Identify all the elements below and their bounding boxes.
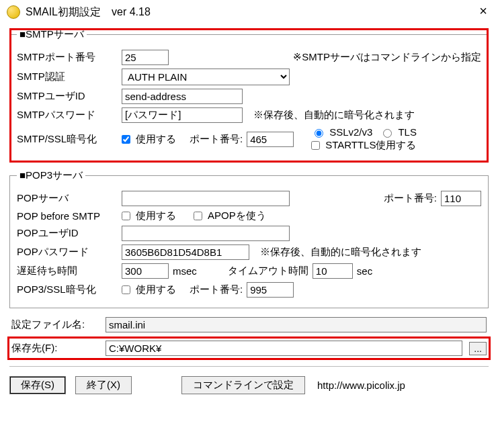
pop-apop-checkbox[interactable]	[194, 212, 202, 220]
dest-input[interactable]	[106, 341, 462, 356]
config-file-input	[106, 317, 487, 332]
smtp-pass-label: SMTPパスワード	[17, 109, 118, 122]
pop-apop-label: APOPを使う	[208, 210, 266, 222]
smtp-auth-label: SMTP認証	[17, 71, 118, 83]
smtp-starttls-checkbox[interactable]	[311, 141, 320, 150]
pop-group: ■POP3サーバ POPサーバ ポート番号: POP before SMTP 使…	[9, 169, 489, 308]
smtp-legend: ■SMTPサーバ	[17, 28, 87, 41]
smtp-user-input[interactable]	[122, 89, 243, 104]
smtp-port-input[interactable]	[122, 50, 169, 65]
smtp-ssl-checkbox[interactable]	[122, 135, 130, 144]
pop-legend: ■POP3サーバ	[17, 169, 85, 182]
pop-ssl-checkbox[interactable]	[122, 285, 130, 294]
smtp-port-label: SMTPポート番号	[17, 51, 118, 64]
pop-ssl-port-label: ポート番号:	[190, 283, 243, 296]
window-title: SMAIL初期設定 ver 4.18	[26, 5, 475, 19]
pop-pass-note: ※保存後、自動的に暗号化されます	[260, 246, 421, 259]
pop-user-input[interactable]	[122, 226, 290, 241]
smtp-user-label: SMTPユーザID	[17, 90, 118, 103]
pop-timeout-label: タイムアウト時間	[228, 265, 308, 277]
dest-row: 保存先(F): ...	[9, 339, 489, 358]
dest-label: 保存先(F):	[11, 342, 99, 355]
smtp-ssl-port-label: ポート番号:	[190, 133, 243, 146]
smtp-starttls-label: STARTTLS使用する	[325, 139, 416, 152]
close-icon[interactable]: ×	[475, 4, 491, 20]
smtp-ssl-use-label: 使用する	[136, 133, 176, 146]
config-file-row: 設定ファイル名:	[9, 315, 489, 334]
pop-timeout-input[interactable]	[313, 263, 353, 279]
pop-pass-input[interactable]	[122, 244, 249, 260]
pop-ssl-port-input[interactable]	[247, 282, 294, 298]
footer: 保存(S) 終了(X) コマンドラインで設定 http://www.picoli…	[9, 375, 489, 396]
separator	[9, 366, 489, 367]
exit-button[interactable]: 終了(X)	[75, 376, 132, 394]
pop-pass-label: POPパスワード	[17, 246, 118, 259]
pop-user-label: POPユーザID	[17, 227, 118, 240]
smtp-group: ■SMTPサーバ SMTPポート番号 ※SMTPサーバはコマンドラインから指定 …	[9, 28, 489, 163]
url-link[interactable]: http://www.picolix.jp	[317, 379, 405, 391]
pop-server-input[interactable]	[122, 191, 290, 206]
smtp-tls-radio[interactable]	[383, 129, 392, 138]
smtp-tls-label: TLS	[398, 126, 417, 138]
smtp-pass-note: ※保存後、自動的に暗号化されます	[253, 109, 415, 122]
smtp-sslv-radio[interactable]	[315, 129, 323, 138]
pop-ssl-label: POP3/SSL暗号化	[17, 283, 118, 296]
pop-ssl-use-label: 使用する	[136, 283, 176, 296]
smtp-pass-input[interactable]	[122, 107, 243, 123]
pop-server-label: POPサーバ	[17, 192, 118, 205]
smtp-auth-select[interactable]: AUTH PLAIN	[122, 69, 290, 85]
app-icon	[7, 5, 20, 19]
pop-port-label: ポート番号:	[384, 192, 437, 205]
browse-button[interactable]: ...	[469, 342, 487, 355]
smtp-sslv-label: SSLv2/v3	[329, 126, 372, 138]
pop-delay-unit: msec	[173, 265, 197, 277]
pop-pbs-use-label: 使用する	[136, 210, 176, 222]
smtp-ssl-port-input[interactable]	[247, 132, 294, 147]
pop-pbs-label: POP before SMTP	[17, 210, 118, 222]
save-button[interactable]: 保存(S)	[9, 376, 66, 394]
smtp-cmdline-note: ※SMTPサーバはコマンドラインから指定	[293, 51, 481, 64]
titlebar: SMAIL初期設定 ver 4.18 ×	[0, 0, 498, 23]
pop-delay-input[interactable]	[122, 263, 169, 279]
pop-timeout-unit: sec	[357, 265, 372, 277]
pop-pbs-checkbox[interactable]	[122, 212, 130, 220]
config-file-label: 設定ファイル名:	[11, 318, 99, 331]
cmdline-button[interactable]: コマンドラインで設定	[181, 376, 305, 394]
pop-delay-label: 遅延待ち時間	[17, 265, 118, 277]
pop-port-input[interactable]	[441, 191, 481, 206]
smtp-ssl-label: SMTP/SSL暗号化	[17, 133, 118, 146]
